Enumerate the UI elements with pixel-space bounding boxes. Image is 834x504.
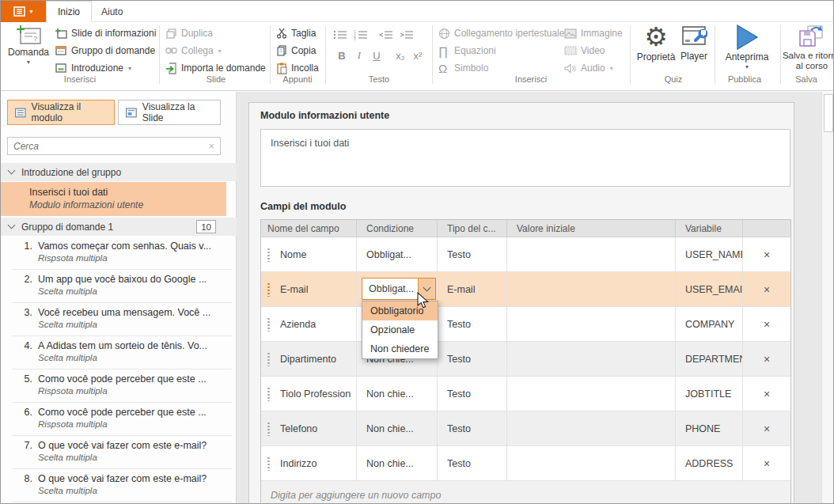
increase-indent-icon[interactable] — [400, 29, 414, 40]
field-condition[interactable]: Non chie... — [366, 458, 414, 469]
field-variable[interactable]: COMPANY — [685, 319, 734, 330]
field-variable[interactable]: JOBTITLE — [685, 388, 731, 400]
italic-button[interactable]: I — [351, 49, 368, 62]
search-input[interactable] — [13, 141, 208, 152]
delete-row-button[interactable]: × — [764, 423, 770, 435]
question-item-3[interactable]: 3. Você recebeu uma mensagem. Você ... S… — [12, 303, 232, 336]
field-type[interactable]: Testo — [447, 319, 471, 330]
tab-aiuto[interactable]: Aiuto — [90, 1, 134, 22]
dropdown-option-opzionale[interactable]: Opzionale — [362, 320, 438, 339]
field-type[interactable]: Testo — [447, 458, 471, 469]
table-row-azienda[interactable]: Azienda Testo COMPANY × — [261, 307, 790, 342]
table-row-email[interactable]: E-mail E-mail USER_EMAIL × — [261, 272, 790, 307]
superscript-button[interactable]: x² — [409, 50, 426, 62]
delete-row-button[interactable]: × — [764, 388, 770, 400]
question-item-5[interactable]: 5. Como você pode perceber que este ... … — [12, 369, 232, 403]
question-item-8[interactable]: 8. O que você vai fazer com este e-mail?… — [12, 469, 232, 502]
equazioni-button[interactable]: ∏ Equazioni — [438, 43, 496, 59]
audio-button[interactable]: Audio ▾ — [564, 60, 613, 76]
bold-button[interactable]: B — [333, 50, 351, 62]
sidebar-item-modulo-selected[interactable]: Inserisci i tuoi dati Modulo informazion… — [1, 182, 226, 216]
incolla-button[interactable]: Incolla — [276, 60, 319, 76]
question-number: 1. — [12, 241, 32, 269]
bullet-list-icon[interactable] — [333, 29, 347, 40]
drag-handle-icon[interactable] — [267, 422, 270, 436]
collega-button[interactable]: Collega ▾ — [165, 43, 222, 59]
col-header-initial: Valore iniziale — [507, 220, 676, 237]
dropdown-option-obbligatorio[interactable]: Obbligatorio — [362, 301, 438, 320]
scrollbar-thumb[interactable] — [824, 94, 833, 132]
subscript-button[interactable]: x₂ — [392, 50, 409, 62]
button-label: Copia — [291, 45, 316, 56]
field-condition[interactable]: Obbligat... — [366, 249, 411, 260]
delete-row-button[interactable]: × — [764, 457, 770, 470]
drag-handle-icon[interactable] — [267, 248, 270, 262]
field-variable[interactable]: PHONE — [685, 423, 720, 434]
question-item-6[interactable]: 6. Como você pode perceber que este ... … — [12, 403, 232, 436]
view-form-toggle[interactable]: Visualizza il modulo — [7, 100, 115, 125]
field-variable[interactable]: ADDRESS — [685, 458, 733, 469]
clear-search-icon[interactable]: × — [208, 140, 214, 152]
drag-handle-icon[interactable] — [267, 317, 270, 332]
table-row-titolo[interactable]: Tiolo Profession Non chie... Testo JOBTI… — [261, 377, 790, 411]
table-row-telefono[interactable]: Telefono Non chie... Testo PHONE × — [261, 411, 790, 446]
video-button[interactable]: Video — [564, 43, 605, 59]
question-number: 2. — [12, 274, 32, 302]
delete-row-button[interactable]: × — [764, 318, 770, 331]
field-type[interactable]: E-mail — [447, 284, 475, 295]
field-type[interactable]: Testo — [447, 423, 471, 434]
simbolo-button[interactable]: Ω Simbolo — [438, 60, 488, 76]
numbered-list-icon[interactable]: 1 2 3 — [354, 29, 368, 40]
field-variable[interactable]: USER_NAME — [685, 249, 743, 260]
caret-down-icon: ▾ — [745, 63, 749, 70]
delete-row-button[interactable]: × — [764, 353, 770, 366]
field-type[interactable]: Testo — [447, 354, 471, 365]
tree-header-introduzione[interactable]: Introduzione del gruppo — [1, 163, 237, 181]
drag-handle-icon[interactable] — [267, 352, 270, 366]
question-item-7[interactable]: 7. O que você vai fazer com este e-mail?… — [12, 436, 232, 469]
tree-header-gruppo-domande[interactable]: Gruppo di domande 1 10 — [1, 218, 237, 236]
question-item-1[interactable]: 1. Vamos começar com senhas. Quais v... … — [12, 237, 232, 270]
tab-inizio[interactable]: Inizio — [46, 1, 92, 22]
field-condition[interactable]: Non chie... — [366, 423, 414, 434]
field-type[interactable]: Testo — [447, 388, 471, 400]
collegamento-ipertestuale-button[interactable]: Collegamento ipertestuale — [438, 25, 564, 41]
importa-domande-button[interactable]: Importa le domande — [165, 60, 266, 76]
question-item-4[interactable]: 4. A Adidas tem um sorteio de tênis. Vo.… — [12, 336, 232, 369]
view-slide-toggle[interactable]: Visualizza la Slide — [118, 100, 221, 125]
decrease-indent-icon[interactable] — [379, 29, 393, 40]
table-row-nome[interactable]: Nome Obbligat... Testo USER_NAME × — [261, 237, 790, 272]
search-box[interactable]: × — [7, 137, 221, 155]
app-menu-button[interactable]: ▾ — [1, 1, 46, 22]
button-label: Video — [581, 45, 605, 56]
taglia-button[interactable]: Taglia — [276, 25, 316, 41]
combobox-dropdown-button[interactable] — [418, 279, 435, 299]
delete-row-button[interactable]: × — [764, 248, 770, 261]
condition-dropdown-list: Obbligatorio Opzionale Non chiedere — [362, 301, 438, 359]
add-field-row[interactable]: Digita per aggiungere un nuovo campo — [261, 481, 790, 504]
table-row-indirizzo[interactable]: Indirizzo Non chie... Testo ADDRESS × — [261, 446, 790, 481]
question-item-2[interactable]: 2. Um app que você baixou do Google ... … — [12, 270, 232, 303]
field-condition[interactable]: Non chie... — [366, 388, 414, 400]
drag-handle-icon[interactable] — [267, 387, 270, 401]
drag-handle-icon[interactable] — [267, 457, 270, 471]
duplica-button[interactable]: Duplica — [165, 25, 213, 41]
dropdown-option-non-chiedere[interactable]: Non chiedere — [362, 339, 438, 358]
vertical-scrollbar[interactable] — [821, 92, 834, 504]
introduzione-button[interactable]: Introduzione ▾ — [55, 60, 131, 76]
immagine-button[interactable]: Immagine — [564, 25, 623, 41]
question-type: Scelta multipla — [38, 320, 210, 329]
condition-combobox[interactable]: Obbligat... — [362, 278, 436, 300]
underline-button[interactable]: U — [368, 50, 385, 62]
slide-informazioni-button[interactable]: Slide di informazioni — [55, 25, 156, 41]
button-label: Anteprima — [726, 52, 769, 63]
field-variable[interactable]: USER_EMAIL — [685, 284, 743, 295]
table-row-dipartimento[interactable]: Dipartimento Non chie... Testo DEPARTMEN… — [261, 342, 790, 377]
copia-button[interactable]: Copia — [276, 43, 316, 59]
intro-text-box[interactable]: Inserisci i tuoi dati — [260, 129, 790, 187]
drag-handle-icon[interactable] — [267, 282, 270, 297]
delete-row-button[interactable]: × — [764, 283, 770, 296]
field-variable[interactable]: DEPARTMENT — [685, 354, 743, 365]
field-type[interactable]: Testo — [447, 249, 471, 260]
gruppo-domande-button[interactable]: Gruppo di domande — [55, 43, 155, 59]
